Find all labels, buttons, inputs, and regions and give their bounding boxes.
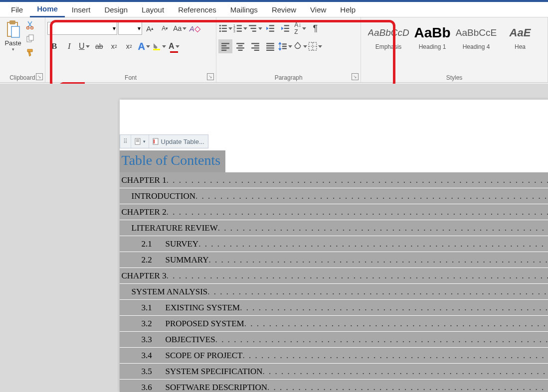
sort-icon[interactable]: A↓Z <box>293 21 307 35</box>
svg-rect-23 <box>269 25 274 26</box>
style-heading-1[interactable]: AaBbHeading 1 <box>412 22 453 55</box>
group-label-styles: Styles <box>361 74 548 81</box>
menu-insert[interactable]: Insert <box>65 2 98 17</box>
svg-rect-15 <box>237 25 242 26</box>
increase-indent-icon[interactable] <box>278 21 292 35</box>
page: ⠿ ▾ Update Table... Table of Contents CH… <box>120 100 548 392</box>
toc-entry[interactable]: CHAPTER 1 . . . . . . . . . . . . . . . … <box>120 172 548 188</box>
toc-entry[interactable]: 2.1SURVEY . . . . . . . . . . . . . . . … <box>120 236 548 252</box>
svg-rect-47 <box>282 48 287 49</box>
show-marks-icon[interactable]: ¶ <box>308 21 322 35</box>
group-font: ▾ ▾ A▴ A▾ Aa A◇ B I U ab x2 x2 A A Font … <box>45 17 217 82</box>
toc-options-button[interactable]: ▾ <box>131 135 149 148</box>
toc-entry[interactable]: CHAPTER 3 . . . . . . . . . . . . . . . … <box>120 268 548 283</box>
group-styles: AaBbCcDEmphasisAaBbHeading 1AaBbCcEHeadi… <box>361 17 548 82</box>
toc-entry[interactable]: INTRODUCTION . . . . . . . . . . . . . .… <box>120 188 548 204</box>
svg-rect-42 <box>266 45 274 46</box>
toc-entry[interactable]: LITERATURE REVIEW . . . . . . . . . . . … <box>120 220 548 236</box>
toc-toolbar: ⠿ ▾ Update Table... <box>120 134 208 148</box>
svg-rect-54 <box>136 140 139 141</box>
svg-rect-29 <box>221 43 229 44</box>
paste-button[interactable]: Paste ▾ <box>2 19 24 59</box>
subscript-button[interactable]: x2 <box>107 39 121 53</box>
menu-home[interactable]: Home <box>30 1 65 17</box>
menu-file[interactable]: File <box>4 2 30 17</box>
italic-button[interactable]: I <box>62 39 76 53</box>
svg-rect-35 <box>236 47 244 48</box>
toc-entry[interactable]: 2.2SUMMARY . . . . . . . . . . . . . . .… <box>120 252 548 267</box>
shading-icon[interactable] <box>293 39 307 53</box>
align-right-icon[interactable] <box>248 39 262 53</box>
change-case-icon[interactable]: Aa <box>173 21 187 35</box>
menu-design[interactable]: Design <box>97 2 135 17</box>
text-effects-icon[interactable]: A <box>137 39 151 53</box>
svg-point-3 <box>27 27 29 29</box>
multilevel-list-icon[interactable] <box>248 21 262 35</box>
grow-font-icon[interactable]: A▴ <box>143 21 157 35</box>
svg-rect-45 <box>282 43 287 44</box>
decrease-indent-icon[interactable] <box>263 21 277 35</box>
align-center-icon[interactable] <box>233 39 247 53</box>
menu-references[interactable]: References <box>171 2 223 17</box>
toc-entry[interactable]: CHAPTER 2 . . . . . . . . . . . . . . . … <box>120 204 548 220</box>
svg-rect-32 <box>221 50 226 51</box>
line-spacing-icon[interactable] <box>278 39 292 53</box>
style-heading-4[interactable]: AaBbCcEHeading 4 <box>456 22 497 55</box>
font-name-combo[interactable]: ▾ <box>47 22 117 35</box>
toc-title: Table of Contents <box>120 150 226 170</box>
copy-icon[interactable] <box>26 34 35 45</box>
menu-review[interactable]: Review <box>265 2 303 17</box>
svg-rect-40 <box>254 50 259 51</box>
svg-rect-28 <box>284 31 289 32</box>
toc-entry[interactable]: 3.3OBJECTIVES . . . . . . . . . . . . . … <box>120 332 548 347</box>
toc-entry[interactable]: 3.5SYSTEM SPECIFICATION . . . . . . . . … <box>120 364 548 379</box>
toc-entry[interactable]: 3.4SCOPE OF PROJECT . . . . . . . . . . … <box>120 348 548 363</box>
borders-icon[interactable] <box>308 39 322 53</box>
shrink-font-icon[interactable]: A▾ <box>158 21 172 35</box>
clear-formatting-icon[interactable]: A◇ <box>188 21 202 35</box>
style-hea[interactable]: AaEHea <box>500 22 541 55</box>
svg-rect-17 <box>237 28 242 29</box>
toc-entry[interactable]: 3.2PROPOSED SYSTEM . . . . . . . . . . .… <box>120 316 548 331</box>
menu-layout[interactable]: Layout <box>135 2 171 17</box>
svg-point-4 <box>31 27 33 29</box>
font-size-combo[interactable]: ▾ <box>118 22 142 35</box>
group-label-font: Font <box>45 74 216 81</box>
clipboard-launcher[interactable]: ↘ <box>36 73 43 80</box>
justify-icon[interactable] <box>263 39 277 53</box>
svg-rect-26 <box>284 25 289 26</box>
numbering-icon[interactable]: 123 <box>233 21 247 35</box>
svg-rect-20 <box>249 25 256 26</box>
toc-handle-icon[interactable]: ⠿ <box>120 135 131 148</box>
svg-rect-9 <box>222 25 227 26</box>
svg-text:3: 3 <box>233 29 235 33</box>
svg-rect-2 <box>11 26 19 37</box>
strikethrough-button[interactable]: ab <box>92 39 106 53</box>
svg-rect-19 <box>237 31 242 32</box>
svg-rect-6 <box>29 35 33 40</box>
toc-container[interactable]: Table of Contents CHAPTER 1 . . . . . . … <box>120 150 548 392</box>
toc-entry[interactable]: 3.1EXISTING SYSTEM . . . . . . . . . . .… <box>120 300 548 315</box>
font-color-icon[interactable]: A <box>167 39 181 53</box>
menu-view[interactable]: View <box>303 2 333 17</box>
toc-entry[interactable]: SYSTEM ANALYSIS . . . . . . . . . . . . … <box>120 284 548 299</box>
svg-point-8 <box>219 25 221 26</box>
paragraph-launcher[interactable]: ↘ <box>352 73 359 80</box>
toc-entry[interactable]: 3.6SOFTWARE DESCRIPTION . . . . . . . . … <box>120 380 548 392</box>
superscript-button[interactable]: x2 <box>122 39 136 53</box>
svg-rect-53 <box>136 139 139 140</box>
style-emphasis[interactable]: AaBbCcDEmphasis <box>368 22 409 55</box>
bold-button[interactable]: B <box>47 39 61 53</box>
font-launcher[interactable]: ↘ <box>207 73 214 80</box>
document-area[interactable]: ⠿ ▾ Update Table... Table of Contents CH… <box>0 84 548 392</box>
format-painter-icon[interactable] <box>26 48 35 59</box>
align-left-icon[interactable] <box>218 39 232 53</box>
menu-help[interactable]: Help <box>333 2 363 17</box>
highlight-icon[interactable] <box>152 39 166 53</box>
update-table-button[interactable]: Update Table... <box>149 135 207 148</box>
bullets-icon[interactable] <box>218 21 232 35</box>
svg-rect-48 <box>309 42 317 50</box>
cut-icon[interactable] <box>26 20 35 31</box>
menu-mailings[interactable]: Mailings <box>223 2 265 17</box>
underline-button[interactable]: U <box>77 39 91 53</box>
